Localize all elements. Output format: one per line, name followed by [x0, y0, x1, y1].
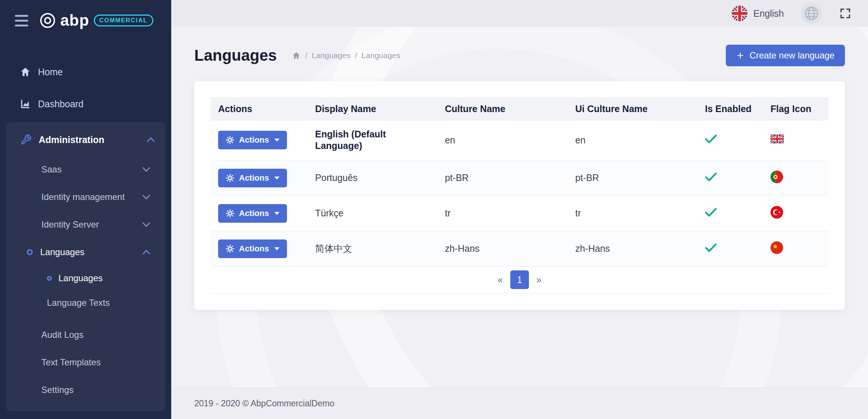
abp-logo[interactable]: abp COMMERCIAL [39, 12, 153, 29]
check-icon [705, 172, 717, 182]
sidebar-item-label: Administration [39, 134, 104, 145]
ui-culture-name-cell: zh-Hans [568, 231, 698, 266]
breadcrumb-separator: / [355, 51, 357, 60]
column-header-display-name: Display Name [308, 98, 438, 120]
actions-button-label: Actions [239, 135, 269, 145]
chevron-down-icon [142, 222, 150, 227]
sidebar-item-dashboard[interactable]: Dashboard [0, 88, 171, 120]
ui-culture-name-cell: pt-BR [568, 160, 698, 196]
culture-name-cell: en [437, 120, 568, 161]
sidebar-item-label: Languages [40, 247, 84, 257]
sidebar-item-saas[interactable]: Saas [6, 156, 165, 183]
dot-icon [47, 276, 52, 281]
chevron-down-icon [142, 194, 150, 200]
breadcrumb-item[interactable]: Languages [312, 51, 351, 60]
sidebar-item-home[interactable]: Home [0, 56, 171, 88]
chevron-up-icon [142, 250, 150, 255]
sidebar-item-label: Languages [58, 273, 103, 283]
gear-icon [226, 244, 234, 253]
table-row: Actions English (Default Language) en en [211, 120, 829, 161]
sidebar-item-label: Language Texts [47, 298, 110, 308]
home-icon [18, 66, 33, 77]
flag-gb-icon [770, 134, 784, 144]
chart-icon [18, 98, 33, 109]
sidebar-item-languages-parent[interactable]: Languages [6, 238, 165, 266]
pagination-prev-button[interactable]: « [491, 270, 510, 289]
sidebar-menu: Home Dashboard Administration [0, 56, 171, 411]
display-name-cell: Português [308, 160, 438, 196]
sidebar-item-text-templates[interactable]: Text Templates [6, 349, 165, 376]
sidebar-item-audit-logs[interactable]: Audit Logs [6, 321, 165, 349]
actions-button-label: Actions [239, 209, 269, 218]
create-new-language-button[interactable]: Create new language [726, 45, 845, 66]
circle-icon [27, 249, 33, 255]
display-name-cell: English (Default Language) [315, 128, 408, 152]
actions-button-label: Actions [239, 173, 269, 183]
row-actions-button[interactable]: Actions [218, 131, 287, 149]
home-icon[interactable] [292, 51, 301, 60]
app-root: abp COMMERCIAL Home Dashboard [0, 0, 868, 419]
caret-down-icon [274, 177, 280, 180]
ui-culture-name-cell: en [568, 120, 698, 161]
footer: 2019 - 2020 © AbpCommercialDemo [171, 388, 868, 419]
menu-toggle-icon[interactable] [15, 15, 28, 26]
sidebar-item-label: Audit Logs [41, 330, 83, 340]
display-name-cell: Türkçe [308, 196, 438, 231]
breadcrumb: / Languages / Languages [292, 51, 401, 60]
sidebar-item-settings[interactable]: Settings [6, 376, 165, 404]
flag-gb-icon [732, 6, 747, 21]
topbar: English [171, 0, 868, 27]
check-icon [705, 243, 717, 253]
caret-down-icon [274, 212, 280, 215]
user-avatar[interactable] [801, 3, 822, 24]
caret-down-icon [274, 247, 280, 250]
sidebar-item-identity-server[interactable]: Identity Server [6, 211, 165, 238]
page-title: Languages [194, 47, 277, 64]
row-actions-button[interactable]: Actions [218, 204, 287, 223]
main-area: English Languages / Languages / Lang [171, 0, 868, 419]
languages-card: Actions Display Name Culture Name Ui Cul… [194, 81, 845, 310]
wrench-icon [19, 134, 33, 145]
table-row: Actions Türkçe tr tr [211, 196, 829, 231]
sidebar-item-languages[interactable]: Languages [6, 266, 165, 291]
culture-name-cell: tr [437, 196, 568, 231]
ui-culture-name-cell: tr [568, 196, 698, 231]
languages-table: Actions Display Name Culture Name Ui Cul… [211, 98, 829, 267]
pagination: « 1 » [211, 267, 829, 293]
chevron-up-icon [147, 137, 155, 142]
check-icon [705, 134, 717, 144]
row-actions-button[interactable]: Actions [218, 239, 287, 258]
administration-group: Administration Saas Identity management [6, 122, 165, 411]
page-header: Languages / Languages / Languages Create… [194, 45, 845, 66]
sidebar-item-label: Settings [41, 385, 74, 395]
breadcrumb-item[interactable]: Languages [361, 51, 400, 60]
sidebar-item-label: Identity management [41, 192, 125, 202]
sidebar-item-label: Saas [41, 164, 62, 175]
table-row: Actions Português pt-BR pt-BR [211, 160, 829, 196]
sidebar-item-label: Home [38, 67, 63, 77]
sidebar-item-administration[interactable]: Administration [6, 124, 165, 156]
pagination-next-button[interactable]: » [530, 270, 548, 289]
column-header-is-enabled: Is Enabled [698, 98, 763, 120]
fullscreen-icon[interactable] [839, 7, 852, 20]
sidebar-item-identity-management[interactable]: Identity management [6, 183, 165, 211]
sidebar-item-language-texts[interactable]: Language Texts [6, 291, 165, 315]
table-row: Actions 简体中文 zh-Hans zh-Hans [211, 231, 829, 266]
sidebar-item-label: Dashboard [38, 99, 83, 109]
gear-icon [226, 174, 234, 182]
check-icon [705, 207, 717, 217]
language-switcher[interactable]: English [732, 6, 784, 21]
logo-text: abp [60, 12, 89, 29]
gear-icon [226, 209, 234, 218]
menu-spacer [6, 315, 165, 321]
sidebar-item-label: Text Templates [41, 357, 101, 368]
logo-commercial-badge: COMMERCIAL [94, 15, 153, 26]
row-actions-button[interactable]: Actions [218, 169, 287, 187]
chevron-down-icon [142, 167, 150, 172]
flag-tr-icon [770, 206, 783, 219]
column-header-actions: Actions [211, 98, 308, 120]
column-header-ui-culture-name: Ui Culture Name [568, 98, 698, 120]
abp-logo-icon [39, 12, 56, 29]
pagination-page-1-button[interactable]: 1 [510, 270, 529, 289]
caret-down-icon [274, 139, 280, 142]
